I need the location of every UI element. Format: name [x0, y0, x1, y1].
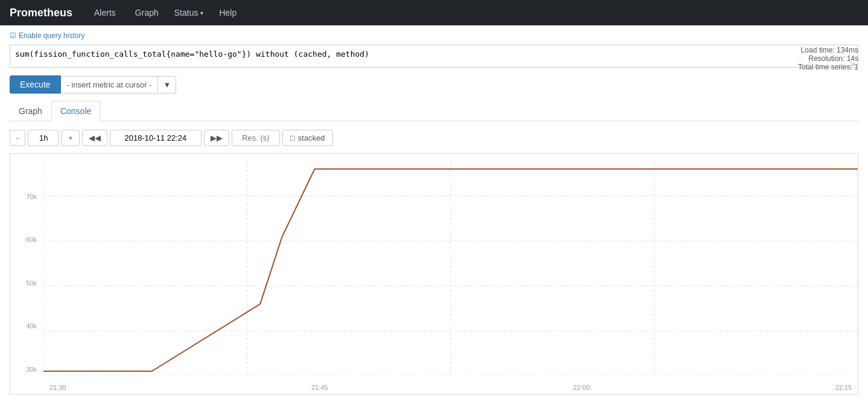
- console-tab[interactable]: Console: [51, 101, 100, 121]
- back-button[interactable]: ◀◀: [82, 130, 107, 146]
- forward-button[interactable]: ▶▶: [204, 130, 229, 146]
- graph-tab[interactable]: Graph: [10, 101, 51, 121]
- query-textarea-wrapper: sum(fission_function_calls_total{name="h…: [10, 45, 858, 69]
- insert-metric-button[interactable]: - insert metric at cursor -: [61, 76, 159, 94]
- x-label-2145: 21:45: [311, 384, 328, 391]
- y-label-60k: 60k: [10, 236, 40, 243]
- status-dropdown[interactable]: Status ▾: [174, 8, 204, 18]
- resolution-text: Resolution: 14s: [798, 54, 858, 63]
- y-label-70k: 70k: [10, 193, 40, 200]
- stacked-button[interactable]: □ stacked: [282, 130, 333, 146]
- insert-metric-caret-button[interactable]: ▼: [158, 76, 176, 94]
- y-axis-labels: 70k 60k 50k 40k 30k: [10, 154, 43, 376]
- range-input[interactable]: [28, 130, 59, 146]
- resolution-input[interactable]: [232, 130, 280, 146]
- x-axis-labels: 21:30 21:45 22:00 22:15: [43, 384, 858, 391]
- y-label-30k: 30k: [10, 366, 40, 373]
- graph-link[interactable]: Graph: [131, 5, 162, 20]
- main-content: ☑ Enable query history sum(fission_funct…: [0, 25, 868, 401]
- execute-button[interactable]: Execute: [10, 75, 61, 94]
- alerts-link[interactable]: Alerts: [90, 5, 119, 20]
- execute-row: Execute - insert metric at cursor - ▼: [10, 75, 858, 94]
- load-time-text: Load time: 134ms: [798, 46, 858, 54]
- query-history-link[interactable]: ☑ Enable query history: [10, 31, 858, 40]
- navbar-brand: Prometheus: [10, 7, 72, 19]
- stacked-label: stacked: [298, 133, 325, 142]
- help-link[interactable]: Help: [215, 5, 240, 20]
- chart-container: 70k 60k 50k 40k 30k: [10, 153, 858, 395]
- y-label-40k: 40k: [10, 322, 40, 330]
- check-icon: ☑: [10, 31, 16, 40]
- chart-svg: [43, 160, 858, 376]
- zoom-out-button[interactable]: -: [10, 130, 25, 146]
- query-input[interactable]: sum(fission_function_calls_total{name="h…: [10, 45, 858, 68]
- x-label-2130: 21:30: [49, 384, 66, 391]
- datetime-input[interactable]: [110, 130, 201, 146]
- query-input-row: sum(fission_function_calls_total{name="h…: [10, 45, 858, 69]
- tabs: Graph Console: [10, 101, 858, 121]
- x-label-2200: 22:00: [573, 384, 590, 391]
- graph-controls: - + ◀◀ ▶▶ □ stacked: [10, 130, 858, 146]
- status-link-label: Status: [174, 8, 198, 18]
- status-caret-icon: ▾: [200, 10, 203, 16]
- y-label-50k: 50k: [10, 279, 40, 287]
- zoom-in-button[interactable]: +: [62, 130, 80, 146]
- stacked-icon: □: [290, 133, 295, 142]
- x-label-2215: 22:15: [835, 384, 852, 391]
- load-info: Load time: 134ms Resolution: 14s Total t…: [798, 45, 858, 72]
- total-time-series-text: Total time series: 1: [798, 63, 858, 71]
- navbar: Prometheus Alerts Graph Status ▾ Help: [0, 0, 868, 25]
- query-history-label: Enable query history: [19, 31, 84, 40]
